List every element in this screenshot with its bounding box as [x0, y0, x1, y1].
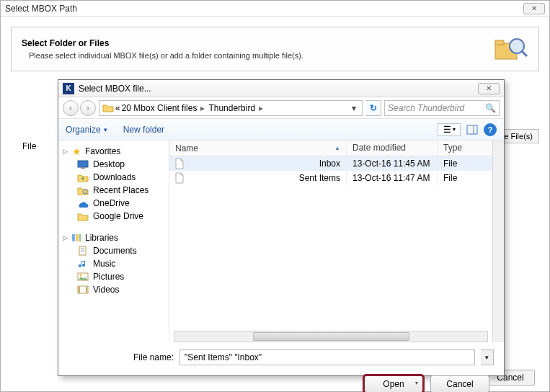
- breadcrumb-seg1[interactable]: 20 Mbox Client files: [122, 103, 198, 113]
- svg-rect-11: [79, 234, 81, 241]
- organize-menu[interactable]: Organize ▾: [66, 125, 107, 135]
- gdrive-icon: [77, 211, 89, 221]
- dialog-bottom: File name: ▾ Open Cancel: [58, 342, 504, 392]
- filename-input[interactable]: [179, 349, 475, 365]
- dialog-title-left: K Select MBOX file...: [63, 83, 151, 94]
- libraries-group: ▷ Libraries Documents Music Pictures Vid…: [58, 231, 169, 296]
- chevron-down-icon: ▾: [104, 126, 107, 133]
- scrollbar-thumb[interactable]: [253, 332, 409, 341]
- search-placeholder: Search Thunderbird: [388, 103, 464, 113]
- svg-rect-7: [81, 167, 85, 169]
- nav-buttons: ‹ ›: [63, 100, 96, 116]
- outer-title-text: Select MBOX Path: [5, 4, 77, 14]
- folder-search-icon: [492, 35, 528, 63]
- file-icon: [174, 173, 185, 183]
- preview-pane-button[interactable]: [465, 123, 479, 136]
- downloads-icon: [77, 172, 89, 182]
- file-icon: [174, 159, 185, 169]
- favorites-group: ▷ ★ Favorites Desktop Downloads Recent P…: [58, 145, 169, 223]
- filename-row: File name: ▾: [133, 349, 494, 365]
- sidebar-item-onedrive[interactable]: OneDrive: [58, 197, 169, 210]
- app-icon: K: [63, 83, 74, 94]
- sidebar-item-downloads[interactable]: Downloads: [58, 171, 169, 184]
- svg-rect-19: [86, 287, 87, 293]
- svg-line-3: [522, 51, 527, 56]
- filename-label: File name:: [133, 352, 174, 362]
- chevron-right-icon[interactable]: ▸: [257, 103, 265, 113]
- star-icon: ★: [71, 146, 82, 156]
- view-mode-button[interactable]: ☰▾: [438, 123, 461, 136]
- desktop-icon: [77, 159, 89, 169]
- file-rows: Inbox13-Oct-16 11:45 AMFileSent Items13-…: [169, 156, 504, 185]
- file-list-header: Name▲ Date modified Type: [169, 141, 504, 156]
- collapse-icon: ▷: [63, 234, 68, 241]
- file-column-label: File: [22, 141, 36, 151]
- svg-point-16: [80, 275, 82, 277]
- open-button[interactable]: Open: [364, 375, 423, 392]
- recent-icon: [77, 185, 89, 195]
- favorites-header[interactable]: ▷ ★ Favorites: [58, 145, 169, 158]
- filename-dropdown-icon[interactable]: ▾: [481, 349, 494, 365]
- search-icon: 🔍: [485, 103, 496, 113]
- file-name: Sent Items: [299, 173, 340, 183]
- music-icon: [77, 259, 89, 269]
- chevron-right-icon[interactable]: ▸: [198, 103, 207, 113]
- libraries-header[interactable]: ▷ Libraries: [58, 231, 169, 244]
- svg-rect-10: [76, 234, 79, 241]
- info-box: Select Folder or Files Please select ind…: [11, 27, 539, 71]
- sidebar-item-recent[interactable]: Recent Places: [58, 184, 169, 197]
- info-text-group: Select Folder or Files Please select ind…: [22, 38, 303, 60]
- sidebar-item-gdrive[interactable]: Google Drive: [58, 210, 169, 223]
- column-name[interactable]: Name▲: [169, 141, 347, 156]
- toolbar-right: ☰▾ ?: [438, 123, 497, 136]
- outer-close-button[interactable]: ✕: [523, 3, 545, 14]
- pictures-icon: [77, 272, 89, 282]
- new-folder-button[interactable]: New folder: [123, 125, 164, 135]
- libraries-icon: [71, 233, 82, 243]
- svg-rect-18: [79, 287, 80, 293]
- forward-button[interactable]: ›: [80, 100, 96, 116]
- vertical-scrollbar[interactable]: [492, 141, 504, 342]
- column-date[interactable]: Date modified: [347, 141, 438, 156]
- file-open-dialog: K Select MBOX file... ✕ ‹ › « 20 Mbox Cl…: [58, 79, 505, 376]
- search-input[interactable]: Search Thunderbird 🔍: [384, 100, 500, 116]
- breadcrumb[interactable]: « 20 Mbox Client files ▸ Thunderbird ▸ ▾: [99, 100, 363, 116]
- sidebar-item-music[interactable]: Music: [58, 257, 169, 270]
- outer-titlebar: Select MBOX Path ✕: [1, 1, 549, 17]
- sidebar-item-pictures[interactable]: Pictures: [58, 270, 169, 283]
- breadcrumb-seg2[interactable]: Thunderbird: [208, 103, 255, 113]
- dialog-close-button[interactable]: ✕: [478, 83, 500, 94]
- svg-rect-9: [72, 234, 75, 241]
- sidebar-item-desktop[interactable]: Desktop: [58, 158, 169, 171]
- info-heading: Select Folder or Files: [22, 38, 303, 48]
- file-list: Name▲ Date modified Type Inbox13-Oct-16 …: [169, 141, 504, 342]
- documents-icon: [77, 246, 89, 256]
- file-row[interactable]: Sent Items13-Oct-16 11:47 AMFile: [169, 171, 504, 185]
- file-date: 13-Oct-16 11:47 AM: [347, 171, 438, 185]
- dialog-titlebar: K Select MBOX file... ✕: [58, 80, 504, 97]
- breadcrumb-dropdown-icon[interactable]: ▾: [349, 103, 359, 113]
- dialog-main: ▷ ★ Favorites Desktop Downloads Recent P…: [58, 141, 504, 342]
- back-button[interactable]: ‹: [63, 100, 79, 116]
- svg-rect-4: [467, 125, 477, 134]
- refresh-button[interactable]: ↻: [365, 100, 381, 116]
- file-row[interactable]: Inbox13-Oct-16 11:45 AMFile: [169, 156, 504, 171]
- help-button[interactable]: ?: [484, 123, 497, 136]
- sidebar-item-documents[interactable]: Documents: [58, 244, 169, 257]
- sidebar-item-videos[interactable]: Videos: [58, 283, 169, 296]
- file-name: Inbox: [319, 159, 340, 169]
- dialog-title-text: Select MBOX file...: [79, 84, 151, 94]
- dialog-buttons: Open Cancel: [68, 375, 494, 392]
- folder-icon: [102, 103, 114, 113]
- onedrive-icon: [77, 198, 89, 208]
- info-text: Please select individual MBOX file(s) or…: [22, 51, 303, 60]
- sidebar: ▷ ★ Favorites Desktop Downloads Recent P…: [58, 141, 169, 342]
- svg-rect-1: [495, 40, 504, 45]
- file-date: 13-Oct-16 11:45 AM: [347, 156, 438, 171]
- breadcrumb-pre: «: [115, 103, 120, 113]
- horizontal-scrollbar[interactable]: [174, 331, 488, 342]
- cancel-button[interactable]: Cancel: [430, 375, 489, 392]
- toolbar: Organize ▾ New folder ☰▾ ?: [58, 119, 504, 141]
- toolbar-left: Organize ▾ New folder: [66, 125, 164, 135]
- videos-icon: [77, 285, 89, 295]
